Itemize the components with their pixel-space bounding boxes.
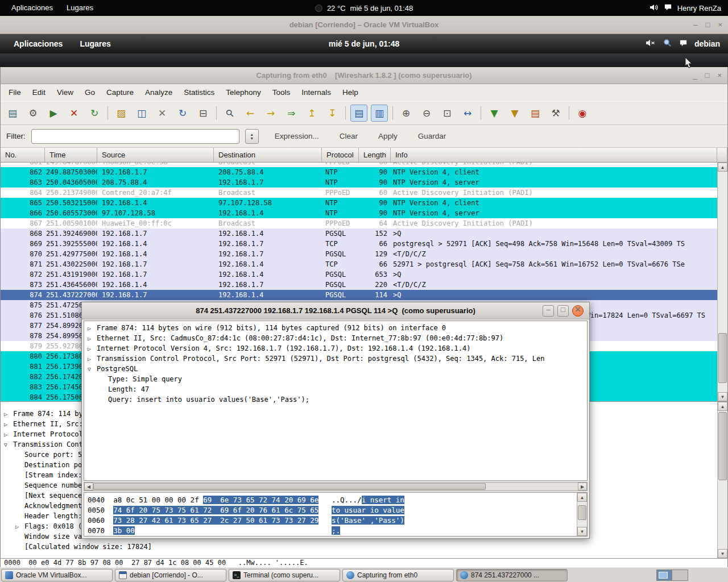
- expression-button[interactable]: Expression...: [270, 132, 324, 140]
- host-volume-icon[interactable]: [650, 3, 659, 13]
- capture-filters-button[interactable]: ▼: [486, 105, 503, 122]
- workspace-switcher[interactable]: [656, 569, 688, 581]
- expander-icon[interactable]: ▷: [88, 323, 97, 333]
- packet-row-867[interactable]: 867251.005901000HuaweiTe_00:ff:0cBroadca…: [1, 218, 717, 228]
- menu-view[interactable]: View: [51, 84, 79, 101]
- restart-capture-button[interactable]: ↻: [86, 105, 103, 122]
- guest-menu-aplicaciones[interactable]: Aplicaciones: [7, 34, 69, 53]
- wireshark-close-button[interactable]: ×: [717, 72, 722, 79]
- expander-icon[interactable]: ▷: [15, 522, 24, 531]
- host-menu-lugares[interactable]: Lugares: [61, 0, 99, 16]
- detail-line[interactable]: Type: Simple query: [84, 374, 587, 384]
- guest-menu-lugares[interactable]: Lugares: [73, 34, 117, 53]
- go-forward-button[interactable]: →: [262, 105, 279, 122]
- vbox-minimize-button[interactable]: –: [693, 21, 697, 28]
- column-header-time[interactable]: Time: [45, 148, 97, 163]
- scroll-up-icon[interactable]: ▲: [577, 493, 587, 502]
- auto-scroll-live-button[interactable]: ▥: [371, 105, 388, 122]
- guest-clock[interactable]: mié 5 de jun, 01:48: [329, 39, 400, 48]
- column-header-no[interactable]: No.: [1, 148, 45, 163]
- stop-capture-button[interactable]: ✕: [65, 105, 82, 122]
- magnifier-icon[interactable]: [663, 39, 672, 49]
- wireshark-maximize-button[interactable]: □: [705, 72, 710, 79]
- close-capture-file-button[interactable]: ✕: [154, 105, 171, 122]
- hex-row[interactable]: 005074 6f 20 75 73 75 61 72 69 6f 20 76 …: [88, 505, 587, 516]
- hex-row[interactable]: 0040a8 0c 51 00 00 00 2f 69 6e 73 65 72 …: [88, 495, 587, 505]
- menu-telephony[interactable]: Telephony: [220, 84, 267, 101]
- scrollbar-thumb[interactable]: [93, 483, 486, 490]
- detail-line[interactable]: ▷Ethernet II, Src: CadmusCo_87:d4:1c (08…: [84, 333, 587, 343]
- packet-row-861[interactable]: 861249.847870000Thomson_ae:0c:5aBroadcas…: [1, 163, 717, 167]
- detail-line[interactable]: ▷Transmission Control Protocol, Src Port…: [84, 354, 587, 364]
- scroll-down-icon[interactable]: ▼: [718, 549, 727, 558]
- filter-input[interactable]: [31, 129, 239, 144]
- menu-statistics[interactable]: Statistics: [178, 84, 220, 101]
- expander-icon[interactable]: ▷: [4, 430, 13, 439]
- packet-row-866[interactable]: 866250.60557300097.107.128.58192.168.1.4…: [1, 208, 717, 218]
- column-header-info[interactable]: Info: [391, 148, 717, 163]
- guest-host-label[interactable]: debian: [694, 39, 720, 48]
- taskbar-item-4[interactable]: Capturing from eth0: [342, 569, 454, 581]
- print-button[interactable]: ⊟: [195, 105, 212, 122]
- hex-row[interactable]: 006073 28 27 42 61 73 65 27 2c 27 50 61 …: [88, 516, 587, 526]
- detail-line[interactable]: Query: insert into usuario values('Base'…: [84, 394, 587, 405]
- detail-line[interactable]: ▽PostgreSQL: [84, 364, 587, 374]
- packet-row-862[interactable]: 862249.887503000192.168.1.7208.75.88.4NT…: [1, 167, 717, 177]
- go-first-packet-button[interactable]: ↥: [303, 105, 320, 122]
- apply-button[interactable]: Apply: [374, 132, 402, 140]
- detail-line[interactable]: ▷Internet Protocol Version 4, Src: 192.1…: [84, 343, 587, 354]
- wireshark-titlebar[interactable]: Capturing from eth0 [Wireshark 1.8.2 ] (…: [1, 67, 727, 84]
- packet-row-874[interactable]: 874251.437227000192.168.1.7192.168.1.4PG…: [1, 290, 717, 300]
- wireshark-minimize-button[interactable]: _: [693, 72, 697, 79]
- zoom-out-button[interactable]: ⊖: [418, 105, 435, 122]
- detail-line[interactable]: Length: 47: [84, 384, 587, 394]
- help-button[interactable]: ◉: [574, 105, 591, 122]
- detail-line[interactable]: [Calculated window size: 17824]: [1, 542, 717, 552]
- workspace-1[interactable]: [657, 570, 672, 580]
- go-back-button[interactable]: ←: [242, 105, 259, 122]
- expander-icon[interactable]: ▷: [88, 344, 97, 354]
- menu-capture[interactable]: Capture: [101, 84, 139, 101]
- coloring-rules-button[interactable]: ▤: [527, 105, 544, 122]
- save-capture-file-button[interactable]: ◫: [133, 105, 150, 122]
- column-header-destination[interactable]: Destination: [214, 148, 322, 163]
- scroll-left-icon[interactable]: ◀: [84, 483, 93, 490]
- clear-button[interactable]: Clear: [335, 132, 362, 140]
- vbox-maximize-button[interactable]: □: [706, 21, 710, 28]
- find-packet-button[interactable]: ⚲: [221, 105, 238, 122]
- scrollbar-thumb[interactable]: [578, 505, 586, 520]
- menu-help[interactable]: Help: [337, 84, 364, 101]
- packet-row-869[interactable]: 869251.392555000192.168.1.4192.168.1.7TC…: [1, 239, 717, 249]
- menu-tools[interactable]: Tools: [267, 84, 296, 101]
- packet-window-titlebar[interactable]: 874 251.437227000 192.168.1.7 192.168.1.…: [82, 302, 589, 319]
- popup-close-button[interactable]: ✕: [572, 305, 584, 317]
- colorize-packet-list-button[interactable]: ▤: [350, 105, 367, 122]
- popup-horizontal-scrollbar[interactable]: ◀ ▶: [84, 482, 588, 491]
- packet-row-868[interactable]: 868251.392469000192.168.1.7192.168.1.4PG…: [1, 228, 717, 239]
- menu-file[interactable]: File: [3, 84, 27, 101]
- packet-row-871[interactable]: 871251.430225000192.168.1.7192.168.1.4TC…: [1, 259, 717, 269]
- expander-icon[interactable]: ▷: [88, 354, 97, 364]
- popup-maximize-button[interactable]: □: [557, 305, 569, 317]
- scrollbar-thumb[interactable]: [718, 412, 727, 480]
- host-clock[interactable]: mié 5 de jun, 01:48: [350, 4, 413, 13]
- filter-history-dropdown[interactable]: ▴▾: [245, 129, 259, 144]
- host-menu-aplicaciones[interactable]: Aplicaciones: [6, 0, 59, 16]
- reload-capture-file-button[interactable]: ↻: [174, 105, 191, 122]
- packet-row-865[interactable]: 865250.503215000192.168.1.497.107.128.58…: [1, 198, 717, 208]
- guest-volume-muted-icon[interactable]: [646, 39, 656, 49]
- resize-columns-button[interactable]: ↔: [459, 105, 476, 122]
- packet-row-873[interactable]: 873251.436456000192.168.1.4192.168.1.7PG…: [1, 280, 717, 290]
- hex-scrollbar[interactable]: ▲ ▼: [577, 493, 587, 536]
- scrollbar-thumb[interactable]: [718, 333, 727, 383]
- details-scrollbar[interactable]: ▲ ▼: [717, 402, 727, 558]
- scroll-up-icon[interactable]: ▲: [718, 402, 727, 411]
- packet-list-scrollbar[interactable]: ▲ ▼: [717, 163, 727, 401]
- expander-icon[interactable]: ▷: [88, 334, 97, 343]
- open-capture-file-button[interactable]: ▨: [113, 105, 130, 122]
- capture-options-button[interactable]: ⚙: [24, 105, 42, 122]
- menu-analyze[interactable]: Analyze: [139, 84, 178, 101]
- scroll-right-icon[interactable]: ▶: [578, 483, 587, 490]
- menu-edit[interactable]: Edit: [27, 84, 51, 101]
- taskbar-item-5[interactable]: 874 251.437227000 ...: [456, 569, 568, 581]
